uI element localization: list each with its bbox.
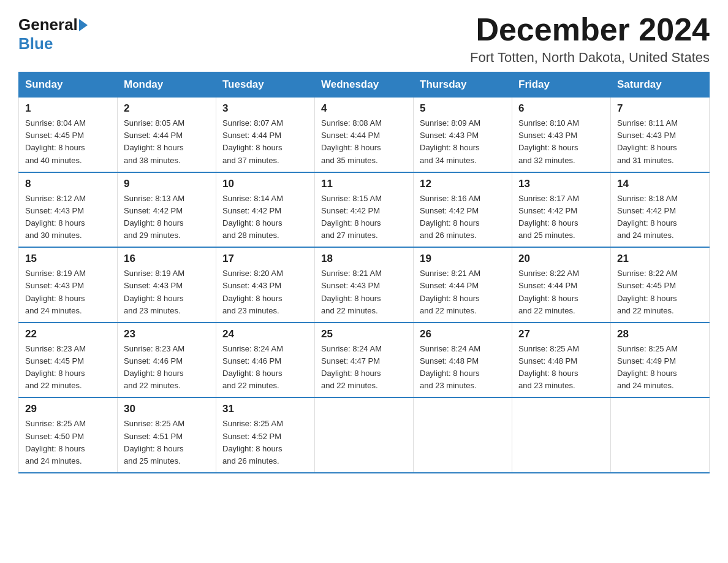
day-info: Sunrise: 8:25 AMSunset: 4:51 PMDaylight:…	[124, 419, 184, 465]
table-row	[512, 397, 611, 473]
col-thursday: Thursday	[414, 72, 512, 98]
table-row	[414, 397, 512, 473]
table-row: 31 Sunrise: 8:25 AMSunset: 4:52 PMDaylig…	[216, 397, 315, 473]
day-number: 12	[420, 178, 506, 190]
day-info: Sunrise: 8:25 AMSunset: 4:50 PMDaylight:…	[25, 419, 86, 465]
day-number: 16	[124, 253, 210, 265]
day-number: 3	[222, 102, 308, 115]
day-number: 17	[222, 253, 308, 265]
day-info: Sunrise: 8:05 AMSunset: 4:44 PMDaylight:…	[124, 118, 184, 164]
day-info: Sunrise: 8:24 AMSunset: 4:48 PMDaylight:…	[420, 344, 480, 390]
day-number: 5	[420, 102, 506, 115]
table-row: 5 Sunrise: 8:09 AMSunset: 4:43 PMDayligh…	[414, 98, 512, 172]
table-row: 19 Sunrise: 8:21 AMSunset: 4:44 PMDaylig…	[414, 247, 512, 323]
table-row: 10 Sunrise: 8:14 AMSunset: 4:42 PMDaylig…	[216, 172, 315, 248]
day-number: 30	[124, 403, 210, 415]
day-info: Sunrise: 8:21 AMSunset: 4:44 PMDaylight:…	[420, 269, 480, 315]
day-info: Sunrise: 8:22 AMSunset: 4:45 PMDaylight:…	[617, 269, 678, 315]
day-number: 6	[518, 102, 604, 115]
col-wednesday: Wednesday	[315, 72, 414, 98]
table-row: 30 Sunrise: 8:25 AMSunset: 4:51 PMDaylig…	[118, 397, 216, 473]
table-row: 21 Sunrise: 8:22 AMSunset: 4:45 PMDaylig…	[611, 247, 710, 323]
table-row: 20 Sunrise: 8:22 AMSunset: 4:44 PMDaylig…	[512, 247, 611, 323]
day-info: Sunrise: 8:23 AMSunset: 4:46 PMDaylight:…	[124, 344, 184, 390]
table-row: 16 Sunrise: 8:19 AMSunset: 4:43 PMDaylig…	[118, 247, 216, 323]
table-row: 2 Sunrise: 8:05 AMSunset: 4:44 PMDayligh…	[118, 98, 216, 172]
day-number: 2	[124, 102, 210, 115]
table-row: 15 Sunrise: 8:19 AMSunset: 4:43 PMDaylig…	[19, 247, 118, 323]
day-number: 25	[321, 328, 407, 340]
day-number: 24	[222, 328, 308, 340]
day-info: Sunrise: 8:21 AMSunset: 4:43 PMDaylight:…	[321, 269, 382, 315]
day-info: Sunrise: 8:23 AMSunset: 4:45 PMDaylight:…	[25, 344, 86, 390]
day-info: Sunrise: 8:15 AMSunset: 4:42 PMDaylight:…	[321, 194, 382, 240]
table-row: 27 Sunrise: 8:25 AMSunset: 4:48 PMDaylig…	[512, 323, 611, 398]
location-text: Fort Totten, North Dakota, United States	[470, 50, 710, 66]
day-info: Sunrise: 8:14 AMSunset: 4:42 PMDaylight:…	[222, 194, 283, 240]
table-row: 7 Sunrise: 8:11 AMSunset: 4:43 PMDayligh…	[611, 98, 710, 172]
day-number: 26	[420, 328, 506, 340]
col-sunday: Sunday	[19, 72, 118, 98]
col-saturday: Saturday	[611, 72, 710, 98]
logo-arrow-icon	[79, 19, 88, 31]
day-number: 21	[617, 253, 703, 265]
page-header: General Blue December 2024 Fort Totten, …	[18, 12, 710, 66]
day-info: Sunrise: 8:08 AMSunset: 4:44 PMDaylight:…	[321, 118, 382, 164]
logo-text: General	[18, 15, 89, 34]
day-number: 20	[518, 253, 604, 265]
table-row: 17 Sunrise: 8:20 AMSunset: 4:43 PMDaylig…	[216, 247, 315, 323]
col-friday: Friday	[512, 72, 611, 98]
day-info: Sunrise: 8:10 AMSunset: 4:43 PMDaylight:…	[518, 118, 579, 164]
day-number: 28	[617, 328, 703, 340]
day-info: Sunrise: 8:16 AMSunset: 4:42 PMDaylight:…	[420, 194, 480, 240]
calendar-week-row: 29 Sunrise: 8:25 AMSunset: 4:50 PMDaylig…	[19, 397, 710, 473]
table-row: 13 Sunrise: 8:17 AMSunset: 4:42 PMDaylig…	[512, 172, 611, 248]
table-row: 11 Sunrise: 8:15 AMSunset: 4:42 PMDaylig…	[315, 172, 414, 248]
table-row: 3 Sunrise: 8:07 AMSunset: 4:44 PMDayligh…	[216, 98, 315, 172]
day-number: 1	[25, 102, 111, 115]
day-number: 7	[617, 102, 703, 115]
day-info: Sunrise: 8:17 AMSunset: 4:42 PMDaylight:…	[518, 194, 579, 240]
calendar-week-row: 1 Sunrise: 8:04 AMSunset: 4:45 PMDayligh…	[19, 98, 710, 172]
day-number: 9	[124, 178, 210, 190]
day-number: 22	[25, 328, 111, 340]
table-row: 8 Sunrise: 8:12 AMSunset: 4:43 PMDayligh…	[19, 172, 118, 248]
table-row	[611, 397, 710, 473]
day-number: 14	[617, 178, 703, 190]
calendar-week-row: 15 Sunrise: 8:19 AMSunset: 4:43 PMDaylig…	[19, 247, 710, 323]
logo: General Blue	[18, 12, 89, 53]
day-info: Sunrise: 8:19 AMSunset: 4:43 PMDaylight:…	[124, 269, 184, 315]
day-number: 8	[25, 178, 111, 190]
day-info: Sunrise: 8:09 AMSunset: 4:43 PMDaylight:…	[420, 118, 480, 164]
table-row: 9 Sunrise: 8:13 AMSunset: 4:42 PMDayligh…	[118, 172, 216, 248]
logo-general: General	[18, 15, 78, 34]
day-number: 23	[124, 328, 210, 340]
calendar-table: Sunday Monday Tuesday Wednesday Thursday…	[18, 72, 710, 473]
day-number: 4	[321, 102, 407, 115]
day-info: Sunrise: 8:20 AMSunset: 4:43 PMDaylight:…	[222, 269, 283, 315]
day-number: 27	[518, 328, 604, 340]
day-info: Sunrise: 8:07 AMSunset: 4:44 PMDaylight:…	[222, 118, 283, 164]
table-row: 28 Sunrise: 8:25 AMSunset: 4:49 PMDaylig…	[611, 323, 710, 398]
day-info: Sunrise: 8:11 AMSunset: 4:43 PMDaylight:…	[617, 118, 678, 164]
day-number: 15	[25, 253, 111, 265]
day-info: Sunrise: 8:18 AMSunset: 4:42 PMDaylight:…	[617, 194, 678, 240]
calendar-header-row: Sunday Monday Tuesday Wednesday Thursday…	[19, 72, 710, 98]
day-info: Sunrise: 8:19 AMSunset: 4:43 PMDaylight:…	[25, 269, 86, 315]
table-row: 24 Sunrise: 8:24 AMSunset: 4:46 PMDaylig…	[216, 323, 315, 398]
table-row: 25 Sunrise: 8:24 AMSunset: 4:47 PMDaylig…	[315, 323, 414, 398]
table-row: 23 Sunrise: 8:23 AMSunset: 4:46 PMDaylig…	[118, 323, 216, 398]
day-number: 11	[321, 178, 407, 190]
day-number: 19	[420, 253, 506, 265]
logo-blue-text: Blue	[18, 34, 53, 53]
day-info: Sunrise: 8:24 AMSunset: 4:46 PMDaylight:…	[222, 344, 283, 390]
day-info: Sunrise: 8:25 AMSunset: 4:52 PMDaylight:…	[222, 419, 283, 465]
day-number: 10	[222, 178, 308, 190]
col-monday: Monday	[118, 72, 216, 98]
title-area: December 2024 Fort Totten, North Dakota,…	[470, 12, 710, 66]
logo-blue: Blue	[18, 34, 53, 53]
table-row: 14 Sunrise: 8:18 AMSunset: 4:42 PMDaylig…	[611, 172, 710, 248]
day-info: Sunrise: 8:04 AMSunset: 4:45 PMDaylight:…	[25, 118, 86, 164]
day-info: Sunrise: 8:13 AMSunset: 4:42 PMDaylight:…	[124, 194, 184, 240]
day-number: 18	[321, 253, 407, 265]
